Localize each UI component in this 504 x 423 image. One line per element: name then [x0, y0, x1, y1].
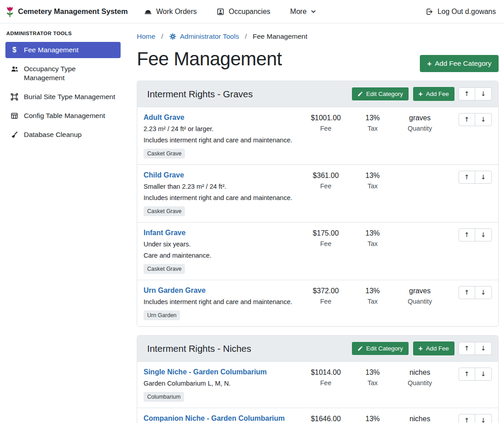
nav-item-occupancies[interactable]: Occupancies — [216, 8, 270, 16]
move-category-up-button[interactable]: ↑ — [459, 87, 476, 100]
fee-name-link[interactable]: Adult Grave — [144, 113, 184, 122]
app-window: Cemetery Management System Work Orders — [0, 0, 504, 423]
plus-icon: + — [418, 345, 423, 352]
tulip-logo-icon — [5, 6, 14, 18]
move-fee-down-button[interactable]: ↓ — [475, 368, 492, 381]
fee-main: Companion Niche - Garden Columbarium Gar… — [144, 414, 299, 423]
sidebar-heading: ADMINISTRATOR TOOLS — [6, 31, 120, 36]
fee-reorder: ↑ ↓ — [447, 368, 492, 381]
breadcrumb-admin-tools-link[interactable]: Administrator Tools — [169, 32, 239, 41]
add-fee-label: Add Fee — [426, 91, 449, 97]
move-fee-up-button[interactable]: ↑ — [459, 228, 476, 241]
brand-link[interactable]: Cemetery Management System — [5, 6, 128, 18]
add-fee-label: Add Fee — [426, 345, 449, 352]
move-category-down-button[interactable]: ↓ — [475, 342, 492, 355]
fee-main: Infant Grave Under six years.Care and ma… — [144, 228, 299, 274]
gear-icon — [169, 33, 176, 40]
sidebar-item-label: Config Table Management — [24, 111, 105, 120]
category-actions: Edit Category + Add Fee ↑ ↓ — [351, 86, 492, 101]
move-fee-up-button[interactable]: ↑ — [459, 113, 476, 126]
fee-name-link[interactable]: Infant Grave — [144, 228, 185, 237]
edit-category-button[interactable]: Edit Category — [351, 87, 409, 101]
move-fee-down-button[interactable]: ↓ — [475, 414, 492, 423]
fee-quantity-column: niches Quantity — [393, 414, 447, 423]
move-fee-up-button[interactable]: ↑ — [459, 414, 476, 423]
fee-amount-column: $1014.00 Fee — [299, 368, 352, 387]
category-title: Interment Rights - Niches — [144, 343, 251, 354]
move-fee-up-button[interactable]: ↑ — [459, 171, 476, 184]
nav-label: More — [290, 8, 306, 16]
fee-row: Single Niche - Garden Columbarium Garden… — [137, 362, 498, 408]
fee-name-link[interactable]: Companion Niche - Garden Columbarium — [144, 414, 285, 423]
fee-description: Under six years. — [144, 240, 295, 249]
category-header: Interment Rights - Niches Edit Category … — [137, 336, 498, 362]
fee-amount-label: Fee — [299, 379, 352, 387]
move-fee-down-button[interactable]: ↓ — [475, 113, 492, 126]
sidebar-item-config-table-management[interactable]: Config Table Management — [5, 108, 121, 124]
breadcrumb-home-link[interactable]: Home — [137, 32, 155, 41]
fee-type-badge: Urn Garden — [144, 310, 180, 320]
move-category-down-button[interactable]: ↓ — [475, 87, 492, 100]
fee-reorder: ↑ ↓ — [447, 286, 492, 299]
down-arrow-icon: ↓ — [481, 90, 486, 97]
move-fee-down-button[interactable]: ↓ — [475, 228, 492, 241]
sidebar-item-label: Fee Management — [24, 45, 79, 55]
fee-category-card: Interment Rights - Graves Edit Category … — [137, 81, 499, 327]
down-arrow-icon: ↓ — [481, 231, 486, 238]
fee-type-badge: Columbarium — [144, 392, 184, 402]
fee-quantity-label: Quantity — [393, 298, 447, 305]
fee-descriptions: Under six years.Care and maintenance. — [144, 240, 295, 260]
fee-type-badge: Casket Grave — [144, 206, 185, 216]
fee-tax-column: 13% Tax — [352, 171, 393, 190]
chevron-down-icon — [310, 9, 316, 14]
fee-amount: $361.00 — [299, 171, 352, 180]
move-fee-up-button[interactable]: ↑ — [459, 368, 476, 381]
page-title: Fee Management — [137, 48, 282, 70]
add-fee-button[interactable]: + Add Fee — [413, 86, 455, 101]
edit-category-button[interactable]: Edit Category — [351, 341, 409, 355]
fee-name-link[interactable]: Urn Garden Grave — [144, 286, 206, 295]
logout-icon — [425, 8, 433, 16]
fee-row: Urn Garden Grave Includes interment righ… — [137, 280, 498, 326]
main-content: Home / — [126, 23, 504, 423]
fee-list: Single Niche - Garden Columbarium Garden… — [137, 362, 498, 423]
main-nav: Work Orders Occupancies More — [144, 8, 316, 16]
fee-tax-column: 13% Tax — [352, 414, 393, 423]
move-fee-down-button[interactable]: ↓ — [475, 171, 492, 184]
fee-tax: 13% — [352, 414, 393, 423]
category-reorder-group: ↑ ↓ — [459, 87, 492, 100]
add-fee-button[interactable]: + Add Fee — [413, 341, 455, 356]
nav-item-work-orders[interactable]: Work Orders — [144, 8, 197, 16]
down-arrow-icon: ↓ — [481, 370, 486, 378]
move-category-up-button[interactable]: ↑ — [459, 342, 476, 355]
hard-hat-icon — [144, 8, 152, 16]
fee-description: Includes interment right and care and ma… — [144, 136, 295, 145]
nav-label: Occupancies — [229, 8, 270, 16]
fee-reorder: ↑ ↓ — [447, 228, 492, 241]
fee-main: Child Grave Smaller than 2.23 m² / 24 ft… — [144, 171, 299, 216]
fee-tax: 13% — [352, 171, 393, 180]
up-arrow-icon: ↑ — [464, 116, 470, 123]
fee-description: Care and maintenance. — [144, 251, 295, 260]
nav-label: Work Orders — [156, 8, 197, 16]
sidebar-item-fee-management[interactable]: $ Fee Management — [5, 42, 121, 58]
fee-row: Child Grave Smaller than 2.23 m² / 24 ft… — [137, 164, 498, 222]
fee-quantity-column — [393, 171, 447, 182]
fee-amount: $1001.00 — [299, 114, 352, 123]
fee-amount: $175.00 — [299, 229, 352, 238]
logout-button[interactable]: Log Out d.gowans — [425, 8, 496, 16]
vector-square-icon — [10, 93, 19, 101]
add-fee-category-button[interactable]: + Add Fee Category — [420, 55, 499, 72]
sidebar-item-occupancy-type-management[interactable]: Occupancy Type Management — [5, 61, 121, 86]
fee-row: Adult Grave 2.23 m² / 24 ft² or larger.I… — [137, 107, 498, 164]
sidebar-item-burial-site-type-management[interactable]: Burial Site Type Management — [5, 89, 121, 105]
fee-description: Garden Columbarium L, M, N. — [144, 379, 295, 388]
fee-name-link[interactable]: Child Grave — [144, 171, 184, 180]
sidebar-item-label: Occupancy Type Management — [24, 64, 116, 82]
move-fee-down-button[interactable]: ↓ — [475, 286, 492, 299]
nav-item-more[interactable]: More — [290, 8, 316, 16]
sidebar-item-database-cleanup[interactable]: Database Cleanup — [5, 127, 121, 143]
move-fee-up-button[interactable]: ↑ — [459, 286, 476, 299]
fee-name-link[interactable]: Single Niche - Garden Columbarium — [144, 368, 267, 377]
fee-main: Urn Garden Grave Includes interment righ… — [144, 286, 299, 320]
